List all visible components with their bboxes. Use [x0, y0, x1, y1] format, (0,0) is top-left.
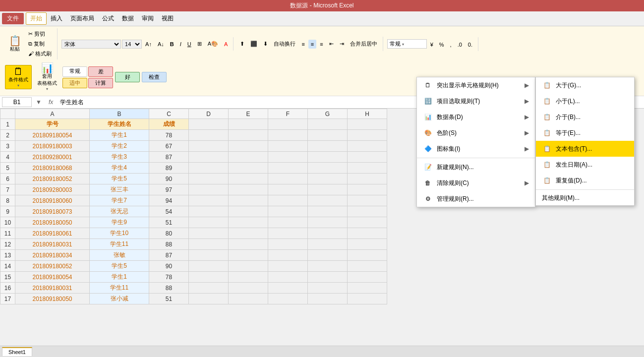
- empty-cell[interactable]: [229, 163, 268, 174]
- empty-cell[interactable]: [308, 152, 348, 163]
- empty-cell[interactable]: [229, 261, 268, 272]
- empty-cell[interactable]: [348, 250, 387, 261]
- menu-newrule[interactable]: 📝 新建规则(N)...: [417, 159, 535, 175]
- copy-btn[interactable]: ⧉ 复制: [26, 39, 54, 49]
- empty-cell[interactable]: [229, 283, 268, 294]
- cell[interactable]: 201809180052: [15, 174, 90, 184]
- empty-cell[interactable]: [348, 217, 387, 228]
- number-format-display[interactable]: 常规 ▾: [387, 39, 427, 49]
- underline-btn[interactable]: U: [185, 40, 194, 49]
- empty-cell[interactable]: [268, 206, 308, 217]
- empty-cell[interactable]: [348, 239, 387, 250]
- empty-cell[interactable]: [268, 130, 308, 141]
- empty-cell[interactable]: [189, 217, 229, 228]
- empty-cell[interactable]: [308, 228, 348, 239]
- cell[interactable]: 51: [149, 294, 189, 304]
- empty-cell[interactable]: [308, 294, 348, 304]
- cell[interactable]: 学生5: [90, 174, 149, 184]
- empty-cell[interactable]: [348, 261, 387, 272]
- cell[interactable]: 78: [149, 130, 189, 141]
- empty-cell[interactable]: [189, 184, 229, 195]
- style-good-btn[interactable]: 好: [115, 72, 140, 82]
- empty-cell[interactable]: [308, 217, 348, 228]
- align-left-btn[interactable]: ≡: [299, 40, 307, 49]
- cell[interactable]: 张敏: [90, 250, 149, 261]
- empty-cell[interactable]: [268, 174, 308, 184]
- cell[interactable]: 张无忌: [90, 206, 149, 217]
- empty-cell[interactable]: [268, 184, 308, 195]
- empty-cell[interactable]: [268, 294, 308, 304]
- empty-cell[interactable]: [348, 228, 387, 239]
- empty-cell[interactable]: [189, 283, 229, 294]
- col-h-header[interactable]: H: [348, 109, 387, 119]
- empty-cell[interactable]: [348, 119, 387, 130]
- cell[interactable]: 学生1: [90, 272, 149, 283]
- align-middle-btn[interactable]: ⬛: [248, 39, 260, 49]
- empty-cell[interactable]: [229, 217, 268, 228]
- decimal-inc-btn[interactable]: .0: [455, 40, 465, 49]
- increase-font-btn[interactable]: A↑: [143, 40, 154, 49]
- empty-cell[interactable]: [268, 283, 308, 294]
- empty-cell[interactable]: [229, 119, 268, 130]
- align-top-btn[interactable]: ⬆: [237, 39, 247, 49]
- menu-pagelayout[interactable]: 页面布局: [66, 13, 98, 24]
- col-f-header[interactable]: F: [268, 109, 308, 119]
- submenu-greater[interactable]: 📋 大于(G)...: [536, 77, 634, 93]
- menu-view[interactable]: 视图: [158, 13, 177, 24]
- style-bad-btn[interactable]: 差: [88, 66, 113, 77]
- submenu-morerules[interactable]: 其他规则(M)...: [536, 191, 634, 205]
- cell[interactable]: 87: [149, 152, 189, 163]
- paste-btn[interactable]: 📋 粘贴: [5, 34, 25, 54]
- format-painter-btn[interactable]: 🖌 格式刷: [26, 49, 54, 59]
- empty-cell[interactable]: [268, 119, 308, 130]
- cell[interactable]: 201809180050: [15, 217, 90, 228]
- cell[interactable]: 88: [149, 283, 189, 294]
- empty-cell[interactable]: [229, 152, 268, 163]
- empty-cell[interactable]: [229, 174, 268, 184]
- empty-cell[interactable]: [348, 195, 387, 206]
- empty-cell[interactable]: [268, 152, 308, 163]
- submenu-textcontains[interactable]: 📋 文本包含(T)...: [536, 141, 634, 157]
- menu-iconset[interactable]: 🔷 图标集(I) ▶: [417, 141, 535, 157]
- indent-decrease-btn[interactable]: ⇤: [327, 39, 336, 49]
- empty-cell[interactable]: [189, 261, 229, 272]
- menu-topbottom[interactable]: 🔢 项目选取规则(T) ▶: [417, 93, 535, 109]
- empty-cell[interactable]: [229, 239, 268, 250]
- cell[interactable]: 201809180073: [15, 206, 90, 217]
- cell[interactable]: 97: [149, 184, 189, 195]
- cell[interactable]: 90: [149, 174, 189, 184]
- empty-cell[interactable]: [268, 217, 308, 228]
- cell[interactable]: 学生11: [90, 283, 149, 294]
- menu-formula[interactable]: 公式: [98, 13, 118, 24]
- menu-colorscale[interactable]: 🎨 色阶(S) ▶: [417, 125, 535, 141]
- menu-managerule[interactable]: ⚙ 管理规则(R)...: [417, 191, 535, 207]
- formula-expand-btn[interactable]: ▼: [34, 99, 44, 106]
- col-e-header[interactable]: E: [229, 109, 268, 119]
- empty-cell[interactable]: [189, 141, 229, 152]
- empty-cell[interactable]: [348, 272, 387, 283]
- empty-cell[interactable]: [348, 152, 387, 163]
- cond-format-btn[interactable]: 🗒 条件格式 ▾: [5, 65, 32, 89]
- cell[interactable]: 89: [149, 163, 189, 174]
- empty-cell[interactable]: [229, 272, 268, 283]
- col-c-header[interactable]: C: [149, 109, 189, 119]
- cell[interactable]: 学生3: [90, 152, 149, 163]
- cell[interactable]: 学生11: [90, 239, 149, 250]
- empty-cell[interactable]: [348, 130, 387, 141]
- cell[interactable]: 94: [149, 195, 189, 206]
- submenu-between[interactable]: 📋 介于(B)...: [536, 109, 634, 125]
- empty-cell[interactable]: [189, 163, 229, 174]
- cell[interactable]: 201809180054: [15, 130, 90, 141]
- empty-cell[interactable]: [308, 239, 348, 250]
- empty-cell[interactable]: [189, 152, 229, 163]
- empty-cell[interactable]: [268, 272, 308, 283]
- font-color-btn[interactable]: A: [222, 40, 230, 49]
- empty-cell[interactable]: [268, 163, 308, 174]
- empty-cell[interactable]: [189, 272, 229, 283]
- percent-btn[interactable]: %: [437, 40, 447, 49]
- style-check-btn[interactable]: 检查: [142, 72, 167, 82]
- cell[interactable]: 学生9: [90, 217, 149, 228]
- cell[interactable]: 学生姓名: [90, 119, 149, 130]
- menu-file[interactable]: 文件: [2, 13, 24, 24]
- empty-cell[interactable]: [308, 184, 348, 195]
